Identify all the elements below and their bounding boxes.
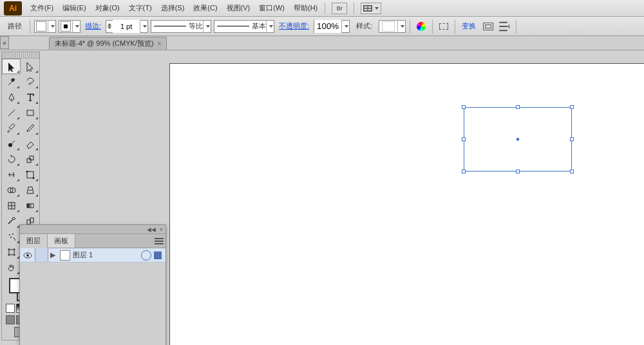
style-label: 样式: xyxy=(352,21,376,31)
resize-handle[interactable] xyxy=(462,137,466,141)
width-icon xyxy=(6,170,17,180)
tool-eraser[interactable] xyxy=(21,136,39,152)
isolate-button[interactable] xyxy=(481,19,495,34)
selected-rectangle[interactable] xyxy=(464,107,572,172)
disclosure-triangle[interactable]: ▶ xyxy=(48,251,57,259)
tool-selection[interactable] xyxy=(2,59,21,74)
collapse-options-handle[interactable]: « xyxy=(0,36,9,49)
tool-line[interactable] xyxy=(2,105,21,121)
panel-menu-button[interactable] xyxy=(153,234,166,248)
panel-grip[interactable] xyxy=(2,52,39,59)
tool-magic-wand[interactable] xyxy=(2,74,21,90)
tool-artboard[interactable] xyxy=(2,244,21,260)
svg-rect-11 xyxy=(27,204,33,208)
opacity-input[interactable] xyxy=(314,20,341,33)
resize-handle[interactable] xyxy=(516,170,520,173)
tool-lasso[interactable] xyxy=(21,74,39,90)
document-tab[interactable]: 未标题-4* @ 99% (CMYK/预览) × xyxy=(49,37,167,50)
stroke-swatch-dropdown[interactable] xyxy=(59,20,80,33)
stroke-panel-link[interactable]: 描边: xyxy=(83,21,103,31)
resize-handle[interactable] xyxy=(462,170,466,173)
recolor-artwork-button[interactable] xyxy=(414,19,428,34)
menu-window[interactable]: 窗口(W) xyxy=(254,0,289,16)
svg-rect-13 xyxy=(30,218,33,222)
svg-point-15 xyxy=(12,233,14,235)
hand-icon xyxy=(6,262,17,273)
tool-eyedropper[interactable] xyxy=(2,213,21,229)
tool-gradient[interactable] xyxy=(21,198,39,213)
tool-type[interactable] xyxy=(21,90,39,105)
tool-shape-builder[interactable] xyxy=(2,182,21,198)
tool-rectangle[interactable] xyxy=(21,105,39,121)
align-panel-button[interactable] xyxy=(437,19,451,34)
tool-pencil[interactable] xyxy=(21,121,39,136)
tool-rotate[interactable] xyxy=(2,152,21,167)
target-icon[interactable] xyxy=(141,250,151,261)
stroke-weight-stepper[interactable] xyxy=(106,20,148,33)
selection-indicator[interactable] xyxy=(154,251,162,259)
tool-symbol-sprayer[interactable] xyxy=(2,229,21,244)
tool-direct-selection[interactable] xyxy=(21,59,39,74)
draw-normal-button[interactable] xyxy=(6,315,15,324)
opacity-panel-link[interactable]: 不透明度: xyxy=(277,21,311,31)
menu-file[interactable]: 文件(F) xyxy=(26,0,58,16)
collapse-icon[interactable]: ◀◀ xyxy=(147,226,156,233)
tab-artboards[interactable]: 画板 xyxy=(48,234,75,248)
layer-row[interactable]: ▶ 图层 1 xyxy=(20,248,166,262)
brush-definition-dropdown[interactable]: 基本 xyxy=(214,20,274,33)
graphic-style-dropdown[interactable] xyxy=(379,20,406,33)
arrange-documents-button[interactable] xyxy=(361,3,381,14)
chevron-down-icon xyxy=(75,25,79,28)
transform-panel-link[interactable]: 变换 xyxy=(459,21,478,31)
svg-rect-4 xyxy=(30,156,33,160)
resize-handle[interactable] xyxy=(570,170,574,173)
tool-pen[interactable] xyxy=(2,90,21,105)
menu-view[interactable]: 视图(V) xyxy=(222,0,255,16)
menu-select[interactable]: 选择(S) xyxy=(156,0,189,16)
tool-perspective[interactable] xyxy=(21,182,39,198)
tab-layers[interactable]: 图层 xyxy=(20,234,48,248)
tool-width[interactable] xyxy=(2,167,21,182)
tool-paintbrush[interactable] xyxy=(2,121,21,136)
color-wheel-icon xyxy=(417,22,426,31)
tool-mode-label: 路径 xyxy=(4,21,26,31)
style-thumb xyxy=(382,21,395,32)
magic-wand-icon xyxy=(6,77,17,87)
panel-titlebar[interactable]: ◀◀ × xyxy=(20,225,166,234)
layer-name[interactable]: 图层 1 xyxy=(73,250,93,260)
menu-edit[interactable]: 编辑(E) xyxy=(58,0,91,16)
separator xyxy=(432,19,433,34)
variable-width-profile-dropdown[interactable]: 等比 xyxy=(151,20,211,33)
brush-label: 基本 xyxy=(252,21,266,31)
visibility-toggle[interactable] xyxy=(20,248,35,262)
lock-toggle[interactable] xyxy=(35,248,48,262)
tool-blob-brush[interactable] xyxy=(2,136,21,152)
tool-hand[interactable] xyxy=(2,260,21,275)
resize-handle[interactable] xyxy=(570,105,574,109)
rectangle-icon xyxy=(25,108,35,118)
gradient-icon xyxy=(25,201,35,211)
chevron-down-icon xyxy=(401,25,404,28)
close-icon[interactable]: × xyxy=(160,226,163,233)
resize-handle[interactable] xyxy=(570,137,574,141)
stroke-weight-input[interactable] xyxy=(113,20,140,33)
fill-swatch-dropdown[interactable] xyxy=(34,20,56,33)
select-similar-button[interactable] xyxy=(498,19,512,34)
opacity-dropdown[interactable] xyxy=(314,20,350,33)
bridge-button[interactable]: Br xyxy=(332,3,347,14)
resize-handle[interactable] xyxy=(462,105,466,109)
menu-object[interactable]: 对象(O) xyxy=(91,0,124,16)
menu-type[interactable]: 文字(T) xyxy=(124,0,156,16)
stroke-swatch xyxy=(61,21,71,32)
menu-help[interactable]: 帮助(H) xyxy=(289,0,322,16)
svg-point-7 xyxy=(32,177,34,179)
resize-handle[interactable] xyxy=(516,105,520,109)
tool-scale[interactable] xyxy=(21,152,39,167)
tool-mesh[interactable] xyxy=(2,198,21,213)
tool-free-transform[interactable] xyxy=(21,167,39,182)
layout-icon xyxy=(363,5,372,12)
menu-effect[interactable]: 效果(C) xyxy=(189,0,222,16)
color-mode-button[interactable] xyxy=(6,304,15,313)
document-tab-bar: 未标题-4* @ 99% (CMYK/预览) × xyxy=(0,36,644,50)
close-icon[interactable]: × xyxy=(158,40,162,47)
